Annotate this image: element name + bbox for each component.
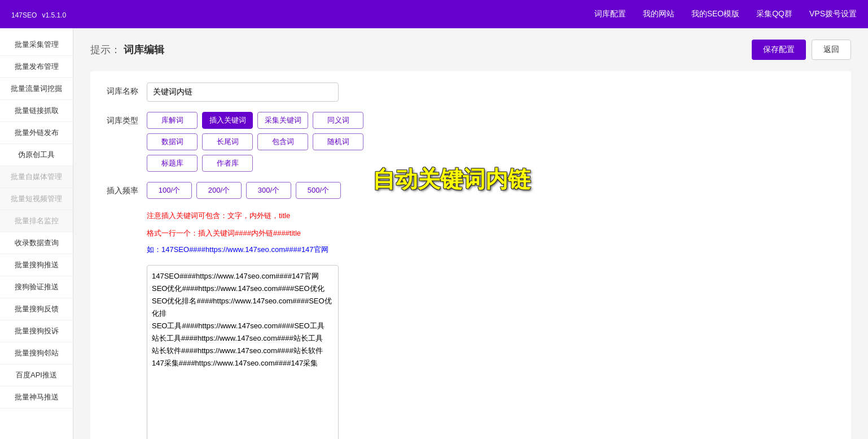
freq-btn-100[interactable]: 100/个 [147,182,192,199]
notes-spacer [102,209,147,213]
form-row-name: 词库名称 [102,82,840,102]
sidebar-item-traffic-mine[interactable]: 批量流量词挖掘 [0,78,73,100]
sidebar-item-shenma-push[interactable]: 批量神马推送 [0,386,73,408]
form-section: 词库名称 词库类型 库解词 插入关键词 采集关键词 同义词 数据词 [90,71,851,439]
form-row-type: 词库类型 库解词 插入关键词 采集关键词 同义词 数据词 长尾词 包含词 随机词… [102,112,840,172]
freq-btn-500[interactable]: 500/个 [296,182,341,199]
sidebar: 批量采集管理 批量发布管理 批量流量词挖掘 批量链接抓取 批量外链发布 伪原创工… [0,28,73,439]
nav-ciku-config[interactable]: 词库配置 [594,9,626,19]
type-btn-author-lib[interactable]: 作者库 [202,155,253,172]
logo: 147SEO v1.5.1.0 [11,8,66,20]
type-btn-insert-keyword[interactable]: 插入关键词 [202,112,253,129]
sidebar-item-sogou-complaint[interactable]: 批量搜狗投诉 [0,320,73,342]
type-btn-synonym[interactable]: 同义词 [313,112,363,129]
sidebar-item-outlink-publish[interactable]: 批量外链发布 [0,122,73,144]
name-label: 词库名称 [102,82,147,97]
type-btn-contain-word[interactable]: 包含词 [257,133,308,150]
nav-vps-setting[interactable]: VPS拨号设置 [809,9,857,19]
sidebar-item-publish-mgmt[interactable]: 批量发布管理 [0,56,73,78]
freq-btn-200[interactable]: 200/个 [196,182,242,199]
type-buttons: 库解词 插入关键词 采集关键词 同义词 数据词 长尾词 包含词 随机词 标题库 … [147,112,840,172]
version-text: v1.5.1.0 [42,11,66,19]
type-btn-title-lib[interactable]: 标题库 [147,155,198,172]
sidebar-item-rank-monitor: 批量排名监控 [0,210,73,232]
type-btn-collect-keyword[interactable]: 采集关键词 [257,112,308,129]
type-btn-data-word[interactable]: 数据词 [147,133,198,150]
sidebar-item-video-mgmt: 批量短视频管理 [0,188,73,210]
main-inner: 提示： 词库编辑 保存配置 返回 词库名称 [90,40,851,439]
sidebar-item-sogou-push[interactable]: 批量搜狗推送 [0,254,73,276]
page-header: 提示： 词库编辑 保存配置 返回 [90,40,851,60]
name-input[interactable] [147,82,339,102]
note-text-3: 如：147SEO####https://www.147seo.com####14… [147,245,840,255]
form-row-textarea: 147SEO####https://www.147seo.com####147官… [102,265,840,439]
freq-btn-300[interactable]: 300/个 [246,182,291,199]
sidebar-item-baidu-api[interactable]: 百度API推送 [0,364,73,386]
textarea-spacer [102,265,147,269]
big-title-text: 自动关键词内链 [372,167,531,192]
freq-label: 插入频率 [102,182,147,196]
type-control-wrap: 库解词 插入关键词 采集关键词 同义词 数据词 长尾词 包含词 随机词 标题库 … [147,112,840,172]
note-text-2: 格式一行一个：插入关键词####内外链####title [147,227,840,240]
hint-text: 提示： [90,44,121,55]
nav-my-site[interactable]: 我的网站 [643,9,674,19]
type-btn-lib-word[interactable]: 库解词 [147,112,198,129]
nav-seo-template[interactable]: 我的SEO模版 [691,9,740,19]
header-nav: 词库配置 我的网站 我的SEO模版 采集QQ群 VPS拨号设置 [594,9,857,19]
sidebar-item-media-mgmt: 批量自媒体管理 [0,166,73,188]
big-title: 自动关键词内链 [372,164,531,195]
layout: 批量采集管理 批量发布管理 批量流量词挖掘 批量链接抓取 批量外链发布 伪原创工… [0,28,868,439]
sidebar-item-link-fetch[interactable]: 批量链接抓取 [0,100,73,122]
sidebar-item-collect-mgmt[interactable]: 批量采集管理 [0,34,73,56]
type-label: 词库类型 [102,112,147,126]
save-button[interactable]: 保存配置 [752,40,806,60]
sidebar-item-sogou-feedback[interactable]: 批量搜狗反馈 [0,298,73,320]
page-actions: 保存配置 返回 [752,40,851,60]
sidebar-item-sogou-verify[interactable]: 搜狗验证推送 [0,276,73,298]
textarea-control-wrap: 147SEO####https://www.147seo.com####147官… [147,265,840,439]
name-control-wrap [147,82,840,102]
back-button[interactable]: 返回 [812,40,851,60]
title-text: 词库编辑 [124,44,164,55]
sidebar-item-pseudo-original[interactable]: 伪原创工具 [0,144,73,166]
nav-collect-qq[interactable]: 采集QQ群 [756,9,792,19]
sidebar-item-sogou-neighbor[interactable]: 批量搜狗邻站 [0,342,73,364]
page-title: 提示： 词库编辑 [90,43,164,56]
sidebar-item-data-query[interactable]: 收录数据查询 [0,232,73,254]
main-content: 提示： 词库编辑 保存配置 返回 词库名称 [73,28,868,439]
note-text-1: 注意插入关键词可包含：文字，内外链，title [147,209,840,222]
type-btn-long-tail[interactable]: 长尾词 [202,133,253,150]
logo-text: 147SEO [11,11,37,19]
header: 147SEO v1.5.1.0 词库配置 我的网站 我的SEO模版 采集QQ群 … [0,0,868,28]
form-row-notes: 注意插入关键词可包含：文字，内外链，title 格式一行一个：插入关键词####… [102,209,840,255]
keyword-textarea[interactable]: 147SEO####https://www.147seo.com####147官… [147,265,339,439]
type-btn-random-word[interactable]: 随机词 [313,133,363,150]
notes-control-wrap: 注意插入关键词可包含：文字，内外链，title 格式一行一个：插入关键词####… [147,209,840,255]
